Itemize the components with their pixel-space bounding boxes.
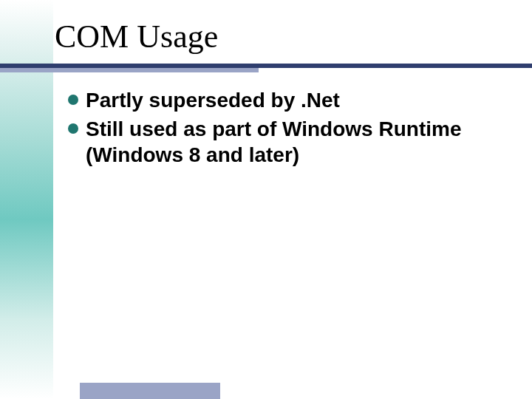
bullet-icon <box>68 123 78 134</box>
bullet-icon <box>68 95 78 105</box>
slide: COM Usage Partly superseded by .Net Stil… <box>0 0 532 399</box>
footer-accent-bar <box>80 383 220 399</box>
bullet-text: Still used as part of Windows Runtime (W… <box>86 116 482 168</box>
list-item: Still used as part of Windows Runtime (W… <box>68 116 482 168</box>
bullet-text: Partly superseded by .Net <box>86 87 340 113</box>
slide-title: COM Usage <box>55 18 218 55</box>
content-area: Partly superseded by .Net Still used as … <box>68 87 482 171</box>
list-item: Partly superseded by .Net <box>68 87 482 113</box>
title-underline-light <box>0 68 259 72</box>
side-gradient-decoration <box>0 0 53 399</box>
